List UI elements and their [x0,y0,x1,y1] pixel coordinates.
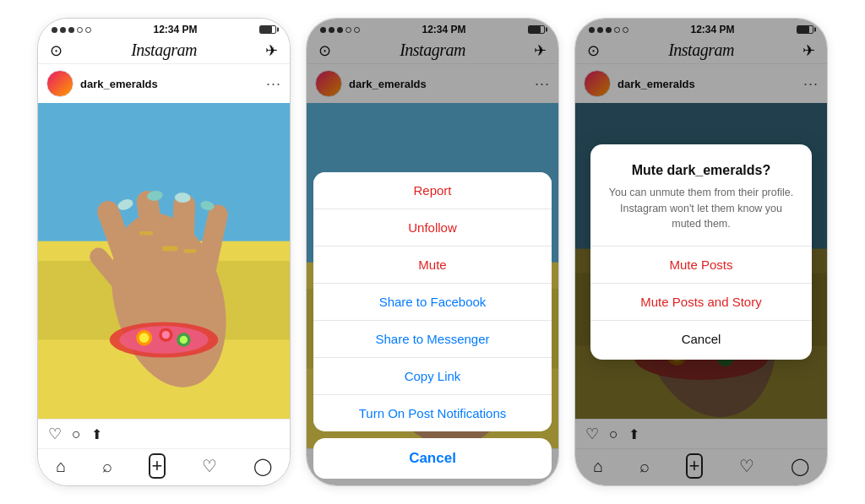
share-messenger-button[interactable]: Share to Messenger [313,321,552,358]
ig-header-1: ⊙ Instagram ✈ [38,37,290,64]
battery-indicator [259,25,276,34]
dot4 [77,27,83,33]
copy-link-button[interactable]: Copy Link [313,358,552,395]
share-facebook-button[interactable]: Share to Facebook [313,284,552,321]
dot1 [52,27,57,33]
search-tab[interactable]: ⌕ [102,457,112,476]
screenshots-container: 12:34 PM ⊙ Instagram ✈ dark_emeralds ··· [0,0,865,504]
mute-posts-story-button[interactable]: Mute Posts and Story [590,284,812,321]
phone-1: 12:34 PM ⊙ Instagram ✈ dark_emeralds ··· [37,18,291,486]
svg-rect-17 [162,246,178,251]
turn-on-notifications-button[interactable]: Turn On Post Notifications [313,395,552,431]
share-icon[interactable]: ⬆ [91,426,102,442]
unfollow-button[interactable]: Unfollow [313,209,552,247]
mute-button[interactable]: Mute [313,247,552,284]
more-button-1[interactable]: ··· [266,75,281,93]
phone-3: 12:34 PM ⊙ Instagram ✈ dark_emeralds ··· [574,18,828,486]
action-cancel-button[interactable]: Cancel [313,438,552,479]
mute-dialog-overlay: Mute dark_emeralds? You can unmute them … [575,19,827,485]
avatar-inner [48,72,72,95]
signal-dots [52,27,91,33]
action-sheet-menu: Report Unfollow Mute Share to Facebook S… [313,172,552,431]
svg-rect-18 [139,231,153,236]
action-sheet-overlay: Report Unfollow Mute Share to Facebook S… [307,19,558,485]
time-display: 12:34 PM [153,24,197,35]
photo-1 [38,103,290,419]
home-tab[interactable]: ⌂ [56,457,66,476]
app-title: Instagram [131,41,197,60]
post-actions-1: ♡ ○ ⬆ [38,419,290,448]
likes-tab[interactable]: ♡ [202,456,217,476]
username-1: dark_emeralds [80,78,158,90]
avatar-1[interactable] [46,70,73,97]
action-sheet: Report Unfollow Mute Share to Facebook S… [307,172,558,485]
dot5 [85,27,91,33]
hand-photo [38,103,290,419]
profile-tab[interactable]: ◯ [253,456,272,476]
post-header-1: dark_emeralds ··· [38,64,290,103]
camera-icon[interactable]: ⊙ [50,41,63,60]
svg-point-16 [180,336,188,344]
status-bar-1: 12:34 PM [38,19,290,37]
tab-bar-1: ⌂ ⌕ + ♡ ◯ [38,448,290,485]
phone-2: 12:34 PM ⊙ Instagram ✈ dark_emeralds ··· [306,18,559,486]
mute-cancel-button[interactable]: Cancel [590,321,812,360]
svg-rect-19 [183,249,196,253]
dot2 [60,27,66,33]
svg-rect-6 [171,194,195,284]
like-icon[interactable]: ♡ [48,425,62,443]
send-icon[interactable]: ✈ [265,41,278,60]
comment-icon[interactable]: ○ [72,425,81,443]
svg-point-12 [139,333,150,343]
report-button[interactable]: Report [313,172,552,209]
svg-point-14 [162,331,170,339]
dot3 [68,27,74,33]
add-tab[interactable]: + [149,453,166,479]
mute-dialog-description: You can unmute them from their profile. … [590,185,812,232]
mute-dialog-title: Mute dark_emeralds? [590,163,812,178]
mute-posts-button[interactable]: Mute Posts [590,247,812,284]
mute-dialog: Mute dark_emeralds? You can unmute them … [590,144,812,360]
